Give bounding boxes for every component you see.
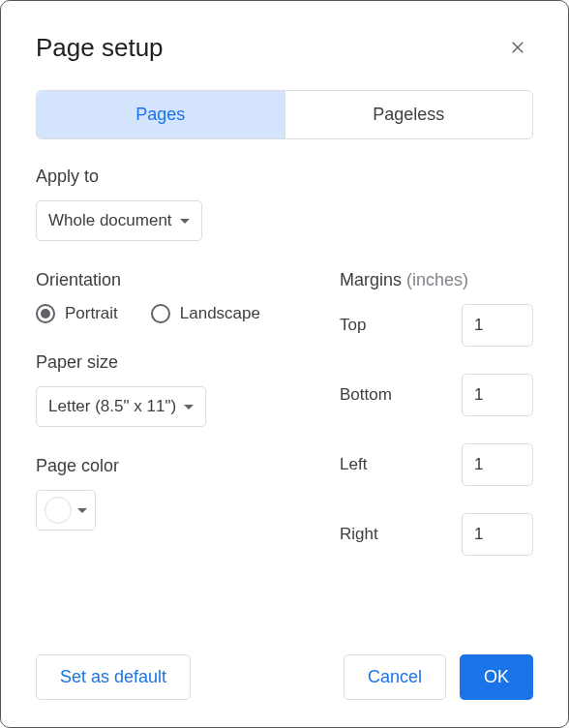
- page-setup-dialog: Page setup Pages Pageless Apply to Whole…: [0, 0, 569, 728]
- page-color-dropdown[interactable]: [36, 490, 96, 531]
- color-swatch: [45, 497, 72, 524]
- margin-bottom-input[interactable]: [462, 374, 533, 416]
- margin-right-row: Right: [340, 513, 533, 556]
- margin-right-label: Right: [340, 525, 378, 544]
- set-default-button[interactable]: Set as default: [36, 654, 191, 700]
- paper-size-dropdown[interactable]: Letter (8.5" x 11"): [36, 386, 206, 427]
- margin-top-label: Top: [340, 316, 366, 335]
- cancel-button[interactable]: Cancel: [344, 654, 446, 700]
- page-color-section: Page color: [36, 456, 301, 531]
- margin-bottom-row: Bottom: [340, 374, 533, 416]
- orientation-radios: Portrait Landscape: [36, 304, 301, 323]
- right-column: Margins (inches) Top Bottom Left Right: [340, 270, 533, 583]
- close-icon: [509, 39, 526, 56]
- dialog-title: Page setup: [36, 33, 164, 63]
- margins-label: Margins (inches): [340, 270, 533, 290]
- radio-portrait[interactable]: Portrait: [36, 304, 118, 323]
- apply-to-dropdown[interactable]: Whole document: [36, 200, 202, 241]
- tab-pageless[interactable]: Pageless: [284, 91, 533, 138]
- paper-size-value: Letter (8.5" x 11"): [48, 397, 176, 416]
- radio-portrait-label: Portrait: [65, 304, 118, 323]
- apply-to-section: Apply to Whole document: [36, 167, 533, 241]
- margin-right-input[interactable]: [462, 513, 533, 556]
- tab-pages[interactable]: Pages: [37, 91, 284, 138]
- radio-landscape-label: Landscape: [180, 304, 260, 323]
- margins-hint: (inches): [406, 270, 468, 289]
- chevron-down-icon: [77, 508, 87, 513]
- paper-size-section: Paper size Letter (8.5" x 11"): [36, 352, 301, 427]
- chevron-down-icon: [180, 219, 190, 224]
- left-column: Orientation Portrait Landscape Paper siz…: [36, 270, 301, 583]
- orientation-label: Orientation: [36, 270, 301, 290]
- paper-size-label: Paper size: [36, 352, 301, 373]
- tab-group: Pages Pageless: [36, 90, 533, 139]
- chevron-down-icon: [184, 405, 194, 410]
- margin-bottom-label: Bottom: [340, 385, 392, 405]
- margin-left-input[interactable]: [462, 443, 533, 486]
- margin-left-row: Left: [340, 443, 533, 486]
- radio-icon: [151, 304, 170, 323]
- apply-to-label: Apply to: [36, 167, 533, 187]
- dialog-footer: Set as default Cancel OK: [36, 654, 533, 700]
- margins-label-text: Margins: [340, 270, 402, 289]
- dialog-header: Page setup: [36, 32, 533, 63]
- page-color-label: Page color: [36, 456, 301, 476]
- footer-right-buttons: Cancel OK: [344, 654, 533, 700]
- close-button[interactable]: [502, 32, 533, 63]
- radio-icon: [36, 304, 55, 323]
- radio-landscape[interactable]: Landscape: [151, 304, 260, 323]
- orientation-section: Orientation Portrait Landscape: [36, 270, 301, 323]
- ok-button[interactable]: OK: [460, 654, 533, 700]
- margin-top-row: Top: [340, 304, 533, 347]
- margin-top-input[interactable]: [462, 304, 533, 347]
- margin-left-label: Left: [340, 455, 367, 474]
- apply-to-value: Whole document: [48, 211, 172, 230]
- content-columns: Orientation Portrait Landscape Paper siz…: [36, 270, 533, 583]
